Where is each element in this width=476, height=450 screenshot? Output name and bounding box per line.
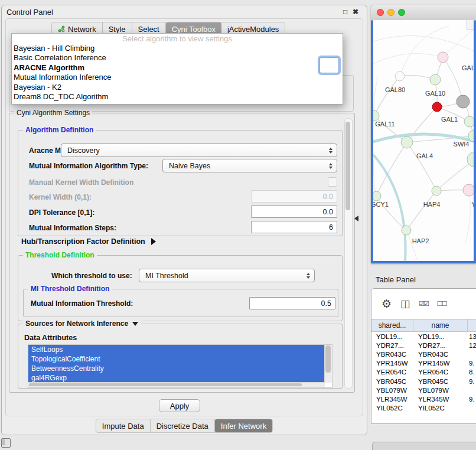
network-canvas[interactable]: GAL80GAL10GALGAL11GAL1SWI4GAL4GCY1HAP4YH…: [373, 20, 474, 261]
table-cell: YBR043C: [371, 351, 413, 358]
network-node[interactable]: [464, 116, 474, 127]
network-edge: [443, 28, 474, 57]
minimize-traffic-light-icon[interactable]: [387, 9, 395, 16]
threshold-definition-legend: Threshold Definition: [23, 251, 97, 260]
bottom-panel-edge: [372, 442, 476, 450]
algorithm-option[interactable]: Bayesian - Hill Climbing: [12, 44, 343, 53]
attribute-item[interactable]: TopologicalCoefficient: [28, 354, 325, 364]
attribute-item[interactable]: BetweennessCentrality: [28, 364, 325, 373]
table-cell: YBR045C: [371, 378, 413, 385]
network-node[interactable]: [432, 102, 442, 112]
table-cell: YPR145W: [371, 360, 413, 367]
network-window-titlebar[interactable]: [371, 5, 476, 21]
list-vertical-scrollbar[interactable]: [324, 345, 332, 383]
scrollbar-thumb[interactable]: [325, 345, 331, 373]
scrollbar-thumb[interactable]: [345, 122, 350, 210]
table-row[interactable]: YBR043CYBR043C: [371, 350, 476, 358]
collapse-panel-icon[interactable]: [354, 216, 358, 221]
kernel-width-field[interactable]: [251, 190, 337, 203]
tab-discretize-data[interactable]: Discretize Data: [151, 419, 215, 432]
combo-arrows-icon: [307, 273, 310, 279]
close-icon[interactable]: ✖: [353, 8, 358, 16]
network-node[interactable]: [457, 95, 470, 108]
dpi-tolerance-field[interactable]: [251, 206, 337, 218]
tab-infer-network[interactable]: Infer Network: [215, 419, 272, 432]
network-edge: [407, 142, 436, 191]
bottom-tabbar: Impute DataDiscretize DataInfer Network: [96, 419, 273, 433]
apply-button[interactable]: Apply: [159, 399, 200, 412]
tab-label: Select: [138, 25, 159, 34]
network-edge: [373, 54, 443, 64]
network-node[interactable]: [432, 186, 441, 195]
float-window-icon[interactable]: □: [343, 8, 347, 16]
table-row[interactable]: YER054CYER054C8.: [371, 368, 476, 377]
manual-kernel-width-checkbox[interactable]: [328, 177, 337, 187]
tab-impute-data[interactable]: Impute Data: [96, 419, 151, 432]
mi-steps-field[interactable]: [251, 221, 337, 233]
show-columns-icon[interactable]: ◫: [400, 298, 410, 310]
attribute-item[interactable]: SelfLoops: [28, 345, 325, 354]
algorithm-option[interactable]: Dream8 DC_TDC Algorithm: [12, 92, 343, 102]
network-edge: [376, 142, 407, 196]
algorithm-option[interactable]: Bayesian - K2: [12, 83, 343, 92]
network-node[interactable]: [430, 74, 441, 85]
list-horizontal-scrollbar[interactable]: [28, 382, 325, 387]
network-node-label: GAL11: [375, 120, 395, 128]
table-row[interactable]: YDL19...YDL19...13: [371, 332, 476, 341]
control-panel-title: Control Panel: [6, 8, 53, 17]
mi-steps-label: Mutual Information Steps:: [29, 224, 116, 232]
mi-threshold-field[interactable]: [249, 297, 335, 309]
network-node-label: HAP2: [412, 237, 429, 244]
algorithm-option[interactable]: Basic Correlation Inference: [12, 53, 343, 63]
network-edge: [443, 57, 463, 102]
scrollbar-thumb[interactable]: [29, 383, 302, 386]
cyni-algorithm-settings-group: Cyni Algorithm Settings Algorithm Defini…: [9, 113, 355, 393]
select-all-rows-icon[interactable]: ☑☑: [419, 300, 428, 308]
table-row[interactable]: YIL052CYIL052C: [371, 404, 476, 413]
aracne-mode-select[interactable]: Discovery: [61, 144, 337, 157]
network-edge: [373, 35, 474, 52]
network-node[interactable]: [438, 52, 448, 63]
mi-threshold-definition-group: MI Threshold Definition Mutual Informati…: [23, 289, 338, 317]
settings-scrollbar[interactable]: [344, 118, 353, 389]
algorithm-prompt: Select algorithm to view settings: [12, 34, 343, 44]
table-row[interactable]: YBL079WYBL079W: [371, 386, 476, 394]
tab-label: Discretize Data: [157, 422, 208, 431]
aracne-mode-value: Discovery: [67, 146, 100, 155]
column-header[interactable]: [468, 319, 476, 331]
tab-label: Infer Network: [221, 422, 266, 431]
network-node[interactable]: [373, 191, 381, 201]
attribute-item[interactable]: gal4RGexp: [28, 373, 325, 383]
sources-legend-toggle[interactable]: Sources for Network Inference: [23, 319, 141, 328]
network-graph: GAL80GAL10GALGAL11GAL1SWI4GAL4GCY1HAP4YH…: [373, 20, 474, 261]
which-threshold-select[interactable]: MI Threshold: [139, 269, 315, 282]
settings-gear-icon[interactable]: ⚙: [382, 297, 392, 311]
deselect-rows-icon[interactable]: ☐☐: [437, 300, 446, 308]
combo-arrows-icon: [329, 148, 332, 154]
zoom-traffic-light-icon[interactable]: [398, 9, 405, 16]
table-row[interactable]: YLR345WYLR345W9.: [371, 394, 476, 403]
algorithm-option[interactable]: Mutual Information Inference: [12, 73, 343, 82]
algorithm-option[interactable]: ARACNE Algorithm: [12, 63, 343, 73]
column-header[interactable]: shared...: [371, 319, 413, 331]
network-node[interactable]: [401, 136, 413, 148]
network-node[interactable]: [463, 184, 474, 196]
network-node[interactable]: [395, 71, 405, 81]
which-threshold-value: MI Threshold: [145, 272, 188, 280]
tab-label: jActiveModules: [227, 25, 279, 34]
focused-spinner-field[interactable]: [319, 57, 339, 73]
hidden-panel-icon[interactable]: [1, 438, 11, 448]
network-node[interactable]: [402, 226, 411, 235]
table-row[interactable]: YBR045CYBR045C9.: [371, 377, 476, 386]
network-scrollbar-stub[interactable]: [467, 20, 474, 30]
column-header[interactable]: name: [413, 319, 468, 331]
table-cell: YPR145W: [413, 360, 468, 367]
mi-algorithm-type-select[interactable]: Naive Bayes: [162, 159, 337, 172]
hub-definition-toggle[interactable]: Hub/Transcription Factor Definition: [21, 237, 156, 246]
table-row[interactable]: YPR145WYPR145W9.: [371, 359, 476, 368]
close-traffic-light-icon[interactable]: [377, 9, 384, 16]
threshold-definition-group: Threshold Definition Which threshold to …: [18, 255, 343, 321]
table-row[interactable]: YDR27...YDR27...12: [371, 341, 476, 350]
table-header: shared...name: [371, 319, 476, 332]
mi-threshold-legend: MI Threshold Definition: [28, 285, 112, 294]
